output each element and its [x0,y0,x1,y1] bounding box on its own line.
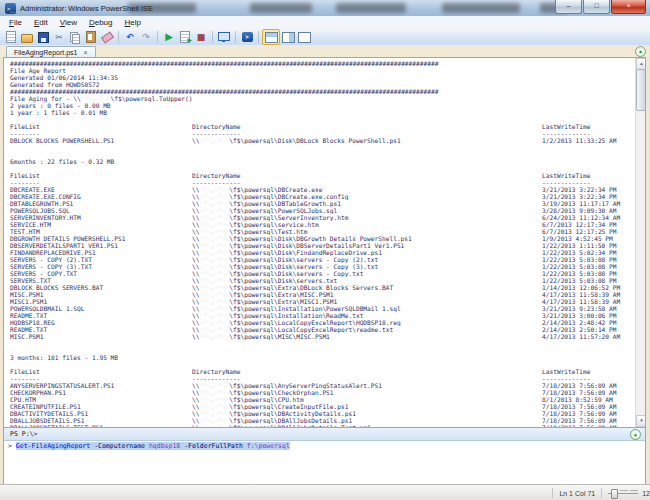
paste-clipboard-icon [86,31,96,43]
run-script-button[interactable]: ▶ [161,30,177,44]
zoom-slider[interactable] [608,488,638,498]
powershell-ise-window: >_ Administrator: Windows PowerShell ISE… [0,0,650,500]
table-row: DBALLJOBSDETAILS.PS1\\·'·,·'··\f$\powers… [10,417,636,424]
cut-button[interactable]: ✂ [51,30,67,44]
maximize-button[interactable]: □ [583,0,610,14]
table-row: CHECKORPHAN.PS1\\·'·,·'··\f$\powersql\Ch… [10,389,636,396]
table-header-row: FileListDirectoryNameLastWriteTime [10,123,636,130]
layout-right-icon [282,32,295,43]
title-bar[interactable]: >_ Administrator: Windows PowerShell ISE… [0,0,650,17]
menu-help[interactable]: Help [119,17,147,29]
scroll-down-icon[interactable]: ▼ [636,415,646,427]
table-header-row: ---------------------------------- [10,375,636,382]
output-line: 2 years : 0 files - 0.00 MB [10,102,636,109]
layout-maximized-icon [298,32,311,43]
toggle-output-pane-button[interactable]: ▲ [630,429,641,440]
zoom-slider-tick [630,490,638,491]
redacted-server-name: ·'·,·'·· [199,228,229,235]
output-scrollbar[interactable]: ▲ ▼ [635,58,645,427]
toggle-script-pane-button[interactable]: ▲ [635,46,646,57]
menu-view[interactable]: View [54,17,83,29]
show-script-pane-maximized-button[interactable] [296,30,312,44]
command-token-cmdlet: Get-FileAgingReport [16,442,90,450]
command-pane[interactable]: PS P:\> ▲ > Get-FileAgingReport -Compute… [3,427,646,485]
command-token-param: -FolderFullPath [184,442,243,450]
close-button[interactable]: × [611,0,646,14]
toolbar-separator [258,31,259,43]
table-row: SERVICE.HTM\\·'·,·'··\f$\powersql\servic… [10,221,636,228]
output-line: File Aging for - \\·'·,·'··\f$\powersql.… [10,95,636,102]
redacted-titlebar-content [442,3,520,13]
redacted-server-name: ·'·,·'·· [81,95,111,102]
redacted-titlebar-content [250,3,312,13]
menu-debug[interactable]: Debug [83,17,119,29]
toolbar-separator [118,31,119,43]
table-row: CPU.HTM\\·'·,·'··\f$\powersql\CPU.htm8/1… [10,396,636,403]
table-row: README.TXT\\·'·,·'··\f$\powersql\Install… [10,312,636,319]
redacted-server-name: ·'·,·'·· [199,270,229,277]
redacted-server-name: ·'·,·'·· [199,298,229,305]
remote-computer-icon [218,32,230,41]
tab-close-icon[interactable]: × [83,49,87,56]
toolbar: ✂ ↶ ↷ ▶ ▶ ■ > [0,29,650,46]
open-script-button[interactable] [19,30,35,44]
table-row: TEST.HTM\\·'·,·'··\f$\powersql\Test.htm6… [10,228,636,235]
table-row: MISC.PSM1\\·'·,·'··\f$\powersql\Extra\MI… [10,291,636,298]
start-powershell-button[interactable]: > [239,30,255,44]
table-row: POWERSQLJOBS.SQL\\·'·,·'··\f$\powersql\P… [10,207,636,214]
redacted-server-name: ·'·,·'·· [199,382,229,389]
command-input-line[interactable]: > Get-FileAgingReport -Computername hqdb… [4,442,645,451]
table-row: MISC.PSM1\\·'·,·'··\f$\powersql\MISC\MIS… [10,333,636,340]
run-selection-button[interactable]: ▶ [177,30,193,44]
redacted-server-name: ·'·,·'·· [199,312,229,319]
new-remote-powershell-tab-button[interactable] [216,30,232,44]
output-line: ########################################… [10,88,636,95]
script-tab-bar: FileAgingReport.ps1 × ▲ [0,45,650,57]
menu-edit[interactable]: Edit [28,17,54,29]
output-pane[interactable]: ########################################… [3,57,646,428]
output-line: 6months : 22 files - 0.32 MB [10,158,636,165]
clear-output-button[interactable] [99,30,115,44]
redacted-server-name: ·'·,·'·· [199,291,229,298]
redacted-server-name: ·'·,·'·· [199,214,229,221]
command-token-arg: f:\powersql [247,442,290,450]
table-header-row: FileListDirectoryNameLastWriteTime [10,172,636,179]
scrollbar-thumb[interactable] [636,69,646,111]
redacted-server-name: ·'·,·'·· [199,396,229,403]
output-line: Generated 01/06/2014 11:34:35 [10,74,636,81]
table-row: CREATEINPUTFILE.PS1\\·'·,·'··\f$\powersq… [10,403,636,410]
save-floppy-icon [38,32,49,43]
menu-file[interactable]: File [3,17,28,29]
open-folder-icon [21,34,33,43]
redacted-server-name: ·'·,·'·· [199,284,229,291]
output-line [10,116,636,123]
layout-top-icon [265,32,278,43]
redacted-server-name: ·'·,·'·· [199,417,229,424]
new-script-button[interactable] [3,30,19,44]
cut-scissors-icon: ✂ [55,33,63,42]
menu-bar: FileEditViewDebugHelp [0,16,650,30]
redacted-server-name: ·'·,·'·· [199,333,229,340]
redacted-server-name: ·'·,·'·· [199,200,229,207]
redacted-server-name: ·'·,·'·· [199,137,229,144]
minimize-button[interactable]: – [555,0,582,14]
output-line [10,347,636,354]
command-token-arg: hqdbsp18 [149,442,180,450]
table-row: DBCREATE.EXE\\·'·,·'··\f$\powersql\DBCre… [10,186,636,193]
show-script-pane-right-button[interactable] [280,30,296,44]
undo-button[interactable]: ↶ [122,30,138,44]
redacted-server-name: ·'·,·'·· [199,403,229,410]
redo-button[interactable]: ↷ [138,30,154,44]
save-button[interactable] [35,30,51,44]
table-row: DBSERVERDETAILSPART1_VER1.PS1\\·'·,·'··\… [10,242,636,249]
stop-execution-button[interactable]: ■ [193,30,209,44]
new-script-icon [6,31,16,43]
output-line: 3 months: 101 files - 1.95 MB [10,354,636,361]
redacted-server-name: ·'·,·'·· [199,207,229,214]
copy-button[interactable] [67,30,83,44]
output-line: 1 year : 1 files - 0.01 MB [10,109,636,116]
table-row: SERVERINVENTORY.HTM\\·'·,·'··\f$\powersq… [10,214,636,221]
paste-button[interactable] [83,30,99,44]
zoom-slider-thumb[interactable] [611,489,618,499]
show-script-pane-top-button[interactable] [262,29,280,45]
